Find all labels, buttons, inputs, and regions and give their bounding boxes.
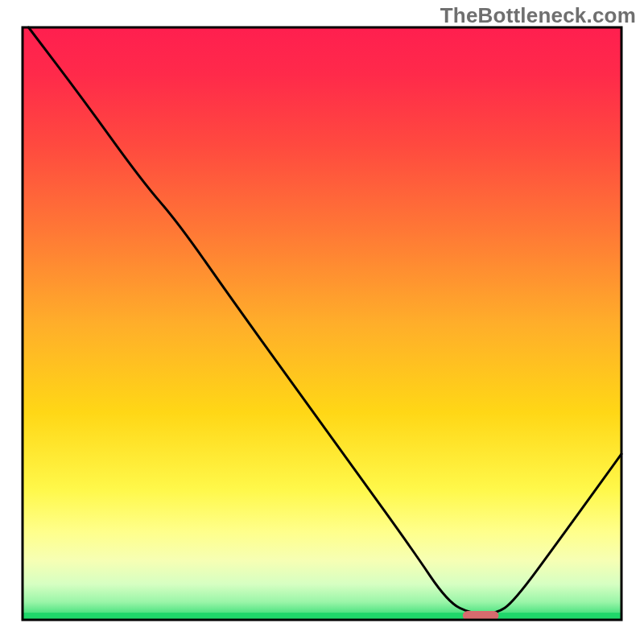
- gradient-panel: [23, 27, 621, 620]
- chart-stage: TheBottleneck.com: [0, 0, 644, 644]
- chart-svg: [0, 0, 644, 644]
- watermark-label: TheBottleneck.com: [440, 3, 636, 28]
